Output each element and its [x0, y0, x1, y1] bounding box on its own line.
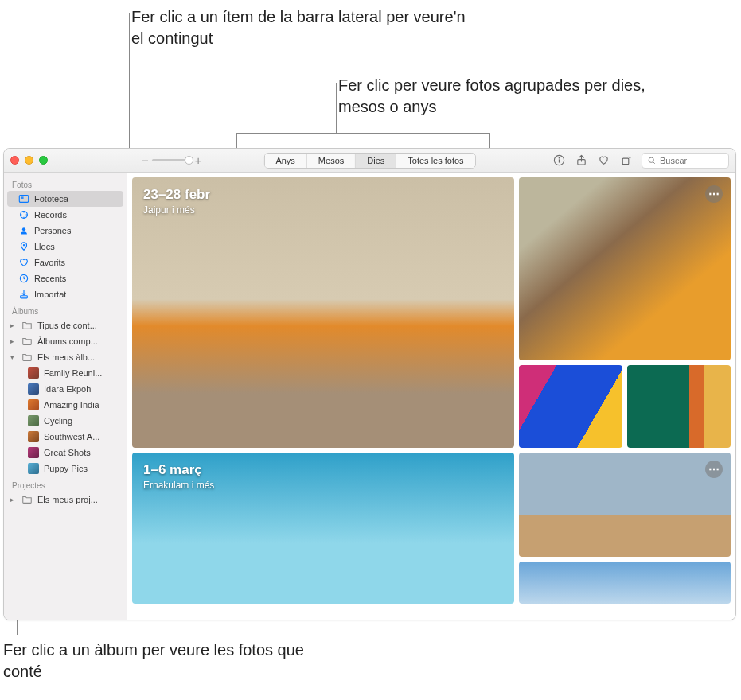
toolbar-right	[552, 153, 729, 169]
svg-point-11	[23, 244, 25, 246]
sidebar-section-projects: Projectes	[4, 476, 127, 492]
segment-days[interactable]: Dies	[356, 154, 396, 168]
sidebar-item-label: Llocs	[34, 242, 55, 251]
sidebar-item-library[interactable]: Fototeca	[7, 191, 123, 207]
heart-icon	[18, 257, 29, 268]
people-icon	[18, 225, 29, 236]
sidebar-album-cycling[interactable]: Cycling	[4, 413, 127, 429]
sidebar-section-photos: Fotos	[4, 176, 127, 191]
sidebar-item-label: Great Shots	[44, 448, 91, 457]
album-thumb-icon	[28, 431, 39, 442]
sidebar-item-shared-albums[interactable]: ▸ Àlbums comp...	[4, 333, 127, 349]
segment-years[interactable]: Anys	[264, 154, 306, 168]
photo-hero[interactable]: 23–28 febr Jaipur i més	[132, 177, 514, 448]
album-thumb-icon	[28, 415, 39, 426]
photo-tile[interactable]	[519, 562, 731, 604]
photos-app-window: − + Anys Mesos Dies Totes les fotos	[3, 148, 736, 620]
day-group: 23–28 febr Jaipur i més ⋯	[127, 173, 735, 453]
sidebar-album-southwest-a[interactable]: Southwest A...	[4, 429, 127, 445]
sidebar-item-favorites[interactable]: Favorits	[4, 255, 127, 270]
sidebar-item-label: Records	[34, 210, 67, 220]
chevron-right-icon: ▸	[10, 496, 17, 504]
photo-tile[interactable]	[627, 365, 731, 448]
share-icon[interactable]	[575, 154, 587, 167]
zoom-track[interactable]	[152, 159, 192, 161]
callout-segmented: Fer clic per veure fotos agrupades per d…	[338, 75, 673, 118]
group-date: 1–6 març	[143, 462, 214, 478]
sidebar-section-albums: Àlbums	[4, 302, 127, 317]
photo-tile[interactable]: ⋯	[519, 177, 731, 360]
sidebar-item-memories[interactable]: Records	[4, 207, 127, 223]
places-icon	[18, 241, 29, 252]
sidebar-item-label: Fototeca	[34, 194, 68, 204]
photo-tile[interactable]: ⋯	[519, 453, 731, 557]
group-header: 1–6 març Ernakulam i més	[143, 462, 214, 491]
sidebar-item-label: Àlbums comp...	[37, 336, 98, 346]
close-button[interactable]	[10, 156, 19, 165]
sidebar-item-media-types[interactable]: ▸ Tipus de cont...	[4, 317, 127, 333]
folder-icon	[21, 494, 33, 505]
callout-leader	[336, 83, 337, 133]
svg-rect-4	[622, 158, 629, 165]
callout-leader	[236, 133, 489, 134]
search-icon	[647, 156, 657, 165]
fullscreen-button[interactable]	[39, 156, 48, 165]
sidebar-item-places[interactable]: Llocs	[4, 239, 127, 255]
sidebar-album-family-reunion[interactable]: Family Reuni...	[4, 365, 127, 381]
sidebar-item-label: Idara Ekpoh	[44, 384, 91, 394]
sidebar-item-label: Els meus proj...	[37, 495, 98, 504]
album-thumb-icon	[28, 368, 39, 379]
sidebar-album-puppy-pics[interactable]: Puppy Pics	[4, 461, 127, 476]
sidebar-item-my-albums[interactable]: ▾ Els meus àlb...	[4, 349, 127, 365]
photo-grid: 23–28 febr Jaipur i més ⋯	[127, 173, 735, 620]
svg-point-1	[558, 158, 560, 159]
import-icon	[18, 289, 29, 300]
photo-tile[interactable]	[519, 365, 622, 448]
day-group: 1–6 març Ernakulam i més ⋯	[127, 453, 735, 609]
sidebar-album-amazing-india[interactable]: Amazing India	[4, 397, 127, 413]
sidebar-item-imported[interactable]: Importat	[4, 286, 127, 302]
zoom-slider[interactable]: − +	[142, 154, 202, 167]
sidebar-item-label: Persones	[34, 226, 71, 235]
view-segmented-control: Anys Mesos Dies Totes les fotos	[263, 153, 475, 169]
sidebar-album-idara-ekpoh[interactable]: Idara Ekpoh	[4, 381, 127, 397]
sidebar-item-recents[interactable]: Recents	[4, 270, 127, 286]
chevron-down-icon: ▾	[10, 353, 17, 361]
search-field[interactable]	[642, 153, 729, 169]
segment-all-photos[interactable]: Totes les fotos	[396, 154, 474, 168]
more-button[interactable]: ⋯	[705, 461, 723, 478]
favorite-icon[interactable]	[597, 154, 610, 167]
chevron-right-icon: ▸	[10, 321, 17, 329]
search-input[interactable]	[660, 156, 723, 165]
zoom-in-icon: +	[195, 154, 202, 167]
chevron-right-icon: ▸	[10, 337, 17, 345]
album-thumb-icon	[28, 399, 39, 410]
rotate-icon[interactable]	[619, 154, 632, 167]
group-location: Jaipur i més	[143, 204, 210, 216]
zoom-thumb[interactable]	[185, 156, 193, 165]
sidebar-item-label: Cycling	[44, 416, 72, 426]
segment-months[interactable]: Mesos	[307, 154, 356, 168]
folder-icon	[21, 352, 33, 363]
more-button[interactable]: ⋯	[705, 185, 723, 203]
sidebar-item-label: Tipus de cont...	[37, 321, 97, 330]
sidebar-item-label: Southwest A...	[44, 432, 99, 441]
svg-rect-13	[21, 296, 28, 298]
info-icon[interactable]	[552, 154, 565, 167]
sidebar-item-label: Recents	[34, 274, 66, 283]
group-location: Ernakulam i més	[143, 480, 214, 491]
library-icon	[18, 193, 29, 204]
sidebar-item-people[interactable]: Persones	[4, 223, 127, 239]
minimize-button[interactable]	[25, 156, 33, 165]
sidebar-item-my-projects[interactable]: ▸ Els meus proj...	[4, 492, 127, 508]
sidebar-item-label: Family Reuni...	[44, 368, 102, 378]
sidebar: Fotos Fototeca Records Persones	[4, 173, 127, 620]
album-thumb-icon	[28, 463, 39, 474]
titlebar: − + Anys Mesos Dies Totes les fotos	[4, 149, 735, 173]
folder-icon	[21, 320, 33, 331]
photo-hero[interactable]: 1–6 març Ernakulam i més	[132, 453, 514, 604]
sidebar-item-label: Els meus àlb...	[37, 352, 95, 362]
sidebar-album-great-shots[interactable]: Great Shots	[4, 445, 127, 461]
window-controls	[10, 156, 48, 165]
svg-point-5	[649, 158, 653, 162]
